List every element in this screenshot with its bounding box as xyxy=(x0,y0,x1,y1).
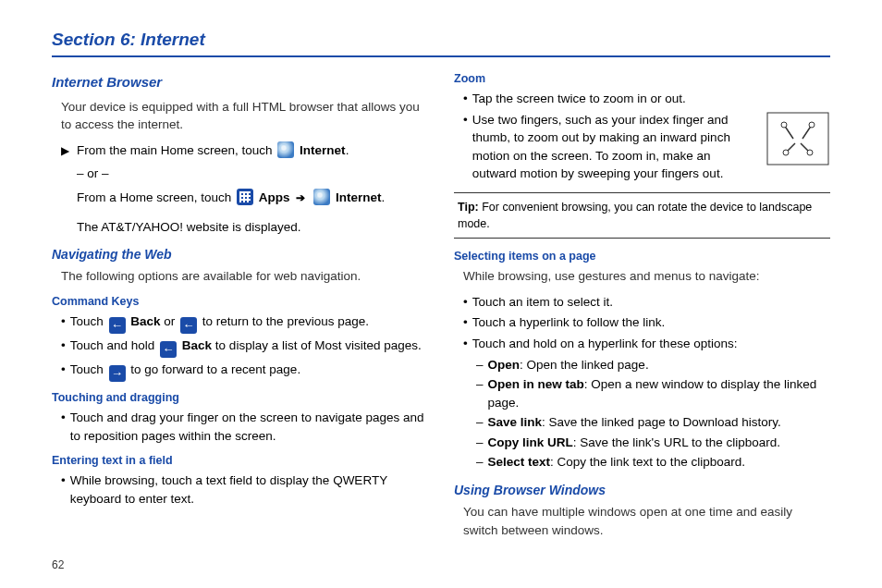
sub-item: –Open in new tab: Open a new window to d… xyxy=(476,375,830,411)
dash-icon: – xyxy=(476,356,484,374)
globe-icon xyxy=(313,189,330,205)
bullet-item: • Use two fingers, such as your index fi… xyxy=(463,111,830,183)
svg-point-2 xyxy=(809,122,815,128)
heading-selecting: Selecting items on a page xyxy=(454,248,830,264)
internet-label: Internet xyxy=(300,143,346,157)
bullet-text: Touch a hyperlink to follow the link. xyxy=(472,313,830,332)
bullet-text: Touch and drag your finger on the screen… xyxy=(70,409,428,445)
bullet-dot-icon: • xyxy=(61,312,66,331)
globe-icon xyxy=(277,141,294,158)
tip-text: For convenient browsing, you can rotate … xyxy=(458,201,812,230)
back-arrow-icon: ← xyxy=(160,341,177,358)
forward-arrow-icon: → xyxy=(109,365,126,382)
nav-intro: The following options are available for … xyxy=(61,267,428,286)
bullet-text: Use two fingers, such as your index fing… xyxy=(472,111,830,183)
bullet-dot-icon: • xyxy=(61,409,66,427)
heading-navigating: Navigating the Web xyxy=(52,245,428,263)
heading-command-keys: Command Keys xyxy=(52,293,428,310)
internet-label: Internet xyxy=(336,190,382,204)
section-title: Section 6: Internet xyxy=(52,30,830,57)
bullet-item: •Tap the screen twice to zoom in or out. xyxy=(463,90,830,108)
back-arrow-icon: ← xyxy=(180,317,197,334)
bullet-dot-icon: • xyxy=(463,90,468,108)
tip-label: Tip: xyxy=(458,201,479,214)
pinch-gesture-icon xyxy=(766,111,830,166)
heading-zoom: Zoom xyxy=(454,70,830,87)
step-text: From the main Home screen, touch xyxy=(77,143,276,157)
bullet-item: •Touch ← Back or ← to return to the prev… xyxy=(61,312,428,334)
dash-icon: – xyxy=(476,375,484,411)
bullet-text: Touch and hold ← Back to display a list … xyxy=(70,337,428,358)
sub-item: –Copy link URL: Save the link's URL to t… xyxy=(476,434,830,452)
back-arrow-icon: ← xyxy=(109,317,126,334)
bullet-text: Touch an item to select it. xyxy=(472,293,830,312)
period: . xyxy=(346,143,349,157)
apps-grid-icon xyxy=(237,189,253,205)
bullet-item: •Touch and hold on a hyperlink for these… xyxy=(463,335,830,353)
bullet-item: •Touch an item to select it. xyxy=(463,293,830,312)
sub-text: Save link: Save the linked page to Downl… xyxy=(488,413,781,432)
bullet-text: Touch → to go forward to a recent page. xyxy=(70,361,428,382)
two-column-layout: Internet Browser Your device is equipped… xyxy=(52,70,830,546)
bullet-text: Touch ← Back or ← to return to the previ… xyxy=(70,312,428,334)
svg-point-4 xyxy=(807,150,813,155)
sub-text: Select text: Copy the link text to the c… xyxy=(488,453,745,472)
bullet-dot-icon: • xyxy=(463,335,468,353)
step-item: ▶ From the main Home screen, touch Inter… xyxy=(52,141,428,236)
step-body: From the main Home screen, touch Interne… xyxy=(77,141,428,236)
sub-item: –Save link: Save the linked page to Down… xyxy=(476,413,830,432)
apps-label: Apps xyxy=(259,190,290,204)
result-text: The AT&T/YAHOO! website is displayed. xyxy=(77,218,428,237)
bullet-dot-icon: • xyxy=(463,293,468,312)
bullet-dot-icon: • xyxy=(61,472,66,490)
right-column: Zoom •Tap the screen twice to zoom in or… xyxy=(454,70,830,546)
bullet-dot-icon: • xyxy=(61,361,66,379)
intro-text: Your device is equipped with a full HTML… xyxy=(61,98,428,134)
dash-icon: – xyxy=(476,434,484,452)
left-column: Internet Browser Your device is equipped… xyxy=(52,70,428,546)
dash-icon: – xyxy=(476,413,484,432)
sel-intro: While browsing, use gestures and menus t… xyxy=(463,267,830,286)
sub-item: –Select text: Copy the link text to the … xyxy=(476,453,830,472)
bullet-dot-icon: • xyxy=(463,111,468,129)
step-text: From a Home screen, touch xyxy=(77,190,235,204)
bullet-item: •Touch → to go forward to a recent page. xyxy=(61,361,428,382)
heading-entering-text: Entering text in a field xyxy=(52,452,428,469)
bullet-text: Touch and hold on a hyperlink for these … xyxy=(472,335,830,353)
sub-text: Open: Open the linked page. xyxy=(488,356,649,374)
page-number: 62 xyxy=(52,558,64,571)
sub-text: Open in new tab: Open a new window to di… xyxy=(488,375,830,411)
sub-text: Copy link URL: Save the link's URL to th… xyxy=(488,434,780,452)
period: . xyxy=(381,190,385,204)
heading-browser-windows: Using Browser Windows xyxy=(454,481,830,499)
triangle-bullet-icon: ▶ xyxy=(61,143,69,159)
arrow-right-icon: ➔ xyxy=(296,191,305,204)
bullet-item: •Touch and hold ← Back to display a list… xyxy=(61,337,428,358)
dash-icon: – xyxy=(476,453,484,472)
windows-intro: You can have multiple windows open at on… xyxy=(463,503,830,539)
svg-rect-0 xyxy=(767,113,828,165)
bullet-dot-icon: • xyxy=(463,313,468,332)
or-divider: – or – xyxy=(77,165,428,183)
heading-touching: Touching and dragging xyxy=(52,389,428,406)
bullet-text: Tap the screen twice to zoom in or out. xyxy=(472,90,830,108)
tip-box: Tip: For convenient browsing, you can ro… xyxy=(454,192,830,239)
svg-point-3 xyxy=(783,150,789,155)
bullet-item: •Touch and drag your finger on the scree… xyxy=(61,409,428,445)
svg-point-1 xyxy=(781,122,787,128)
sub-item: –Open: Open the linked page. xyxy=(476,356,830,374)
bullet-text: While browsing, touch a text field to di… xyxy=(70,472,428,508)
bullet-item: •While browsing, touch a text field to d… xyxy=(61,472,428,508)
heading-internet-browser: Internet Browser xyxy=(52,72,428,92)
bullet-item: •Touch a hyperlink to follow the link. xyxy=(463,313,830,332)
bullet-dot-icon: • xyxy=(61,337,66,355)
manual-page: Section 6: Internet Internet Browser You… xyxy=(0,0,882,588)
